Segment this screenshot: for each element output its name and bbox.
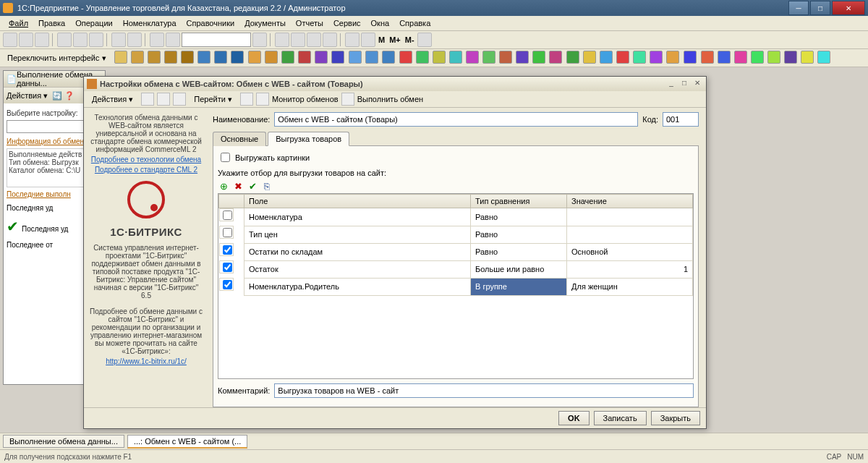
tb-calendar-icon[interactable] bbox=[291, 33, 305, 47]
col-compare[interactable]: Тип сравнения bbox=[471, 195, 567, 208]
switch-interface[interactable]: Переключить интерфейс ▾ bbox=[3, 52, 111, 64]
row-checkbox[interactable] bbox=[223, 211, 232, 220]
menu-reports[interactable]: Отчеты bbox=[292, 17, 328, 29]
grid-copy-icon[interactable]: ⎘ bbox=[261, 180, 273, 192]
dlg-goto[interactable]: Перейти ▾ bbox=[189, 93, 237, 106]
tb2-icon[interactable] bbox=[349, 51, 362, 64]
save-button[interactable]: Записать bbox=[594, 411, 647, 425]
menu-help[interactable]: Справка bbox=[395, 17, 435, 29]
dlg-actions[interactable]: Действия ▾ bbox=[87, 93, 138, 106]
tb2-icon[interactable] bbox=[131, 51, 144, 64]
menu-operations[interactable]: Операции bbox=[71, 17, 116, 29]
tb2-icon[interactable] bbox=[684, 51, 697, 64]
ok-button[interactable]: OK bbox=[558, 411, 590, 425]
tb-undo-icon[interactable] bbox=[150, 33, 164, 47]
zoom-in[interactable]: M bbox=[377, 35, 386, 44]
tb2-icon[interactable] bbox=[148, 51, 161, 64]
row-checkbox[interactable] bbox=[223, 263, 232, 272]
tb-find-icon[interactable] bbox=[127, 33, 142, 47]
menu-windows[interactable]: Окна bbox=[367, 17, 394, 29]
tb2-icon[interactable] bbox=[801, 51, 814, 64]
tb-save-icon[interactable] bbox=[35, 33, 49, 47]
comment-input[interactable] bbox=[274, 383, 694, 398]
dlg-help-icon[interactable] bbox=[240, 93, 253, 106]
tb2-icon[interactable] bbox=[600, 51, 613, 64]
side-link-tech[interactable]: Подробнее о технологии обмена bbox=[88, 156, 204, 163]
bgwin-actions[interactable]: Действия ▾ bbox=[7, 91, 48, 101]
table-row[interactable]: Остатки по складамРавноОсновной bbox=[219, 243, 693, 260]
menu-nomenclature[interactable]: Номенклатура bbox=[119, 17, 181, 29]
menu-file[interactable]: Файл bbox=[4, 17, 33, 29]
col-check[interactable] bbox=[219, 195, 244, 208]
maximize-button[interactable]: □ bbox=[810, 1, 830, 15]
tb2-icon[interactable] bbox=[181, 51, 194, 64]
name-input[interactable] bbox=[274, 112, 638, 127]
tb-cut-icon[interactable] bbox=[57, 33, 72, 47]
tb-paste-icon[interactable] bbox=[89, 33, 103, 47]
dialog-max-button[interactable]: □ bbox=[678, 79, 690, 89]
tb2-icon[interactable] bbox=[616, 51, 629, 64]
close-button[interactable]: ✕ bbox=[832, 1, 865, 15]
task-item[interactable]: Выполнение обмена данны... bbox=[3, 435, 124, 448]
tb2-icon[interactable] bbox=[365, 51, 378, 64]
close-dialog-button[interactable]: Закрыть bbox=[651, 411, 700, 425]
tb2-icon[interactable] bbox=[298, 51, 311, 64]
dialog-close-button[interactable]: ✕ bbox=[692, 79, 703, 89]
tb2-icon[interactable] bbox=[265, 51, 278, 64]
tb2-icon[interactable] bbox=[701, 51, 714, 64]
tb-redo-icon[interactable] bbox=[166, 33, 180, 47]
tb2-icon[interactable] bbox=[214, 51, 227, 64]
tb2-icon[interactable] bbox=[633, 51, 646, 64]
filter-grid[interactable]: Поле Тип сравнения Значение Номенклатура… bbox=[218, 194, 693, 296]
zoom-in-plus[interactable]: M+ bbox=[388, 35, 402, 44]
tb2-icon[interactable] bbox=[751, 51, 764, 64]
tb2-icon[interactable] bbox=[718, 51, 731, 64]
tb2-icon[interactable] bbox=[433, 51, 446, 64]
tb2-icon[interactable] bbox=[734, 51, 747, 64]
tb2-icon[interactable] bbox=[382, 51, 395, 64]
tb2-icon[interactable] bbox=[114, 51, 127, 64]
tb2-icon[interactable] bbox=[666, 51, 679, 64]
row-checkbox[interactable] bbox=[223, 228, 232, 237]
tb-search-go-icon[interactable] bbox=[252, 33, 267, 47]
table-row[interactable]: Номенклатура.РодительВ группеДля женщин bbox=[219, 278, 693, 295]
tb-open-icon[interactable] bbox=[19, 33, 33, 47]
grid-check-icon[interactable]: ✔ bbox=[247, 180, 258, 192]
tb2-icon[interactable] bbox=[532, 51, 545, 64]
tb2-icon[interactable] bbox=[817, 51, 830, 64]
menu-service[interactable]: Сервис bbox=[329, 17, 365, 29]
tb2-icon[interactable] bbox=[466, 51, 479, 64]
tb-copy-icon[interactable] bbox=[73, 33, 88, 47]
tb2-icon[interactable] bbox=[449, 51, 462, 64]
tb2-icon[interactable] bbox=[164, 51, 177, 64]
minimize-button[interactable]: ─ bbox=[788, 1, 809, 15]
tb-calc-icon[interactable] bbox=[275, 33, 289, 47]
tb2-icon[interactable] bbox=[549, 51, 562, 64]
dlg-refresh-icon[interactable] bbox=[173, 93, 186, 106]
tb-new-icon[interactable] bbox=[3, 33, 17, 47]
dialog-min-button[interactable]: _ bbox=[665, 79, 677, 89]
table-row[interactable]: НоменклатураРавно bbox=[219, 208, 693, 226]
col-field[interactable]: Поле bbox=[244, 195, 471, 208]
tb2-icon[interactable] bbox=[315, 51, 328, 64]
tb2-icon[interactable] bbox=[248, 51, 261, 64]
tb-more-icon[interactable] bbox=[417, 33, 432, 47]
tb2-icon[interactable] bbox=[416, 51, 429, 64]
tb2-icon[interactable] bbox=[767, 51, 780, 64]
dlg-mon-icon[interactable] bbox=[256, 93, 269, 106]
tb-print-icon[interactable] bbox=[111, 33, 126, 47]
tb2-icon[interactable] bbox=[331, 51, 344, 64]
menu-refs[interactable]: Справочники bbox=[182, 17, 239, 29]
table-row[interactable]: ОстатокБольше или равно1 bbox=[219, 260, 693, 278]
tb2-icon[interactable] bbox=[516, 51, 529, 64]
tb-tag-icon[interactable] bbox=[361, 33, 375, 47]
row-checkbox[interactable] bbox=[223, 245, 232, 255]
tb2-icon[interactable] bbox=[650, 51, 663, 64]
side-link-cml[interactable]: Подробнее о стандарте CML 2 bbox=[88, 166, 204, 174]
dlg-add-icon[interactable] bbox=[141, 93, 154, 106]
tb2-icon[interactable] bbox=[399, 51, 412, 64]
grid-delete-icon[interactable]: ✖ bbox=[232, 180, 244, 192]
menu-documents[interactable]: Документы bbox=[240, 17, 290, 29]
tb2-icon[interactable] bbox=[583, 51, 596, 64]
tb-chart-icon[interactable] bbox=[345, 33, 359, 47]
